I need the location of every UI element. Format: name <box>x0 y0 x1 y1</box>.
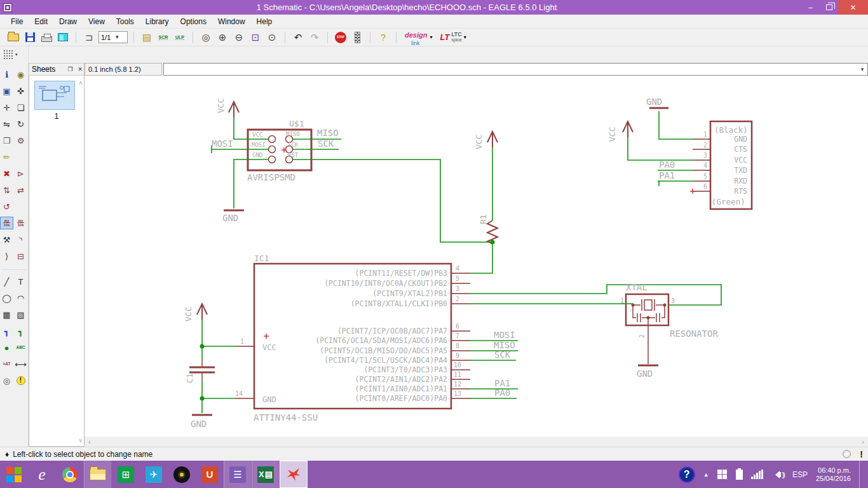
tool-text[interactable]: T <box>14 275 27 288</box>
tool-rotate[interactable]: ↻ <box>14 118 27 130</box>
taskbar-start-icon[interactable] <box>0 461 28 488</box>
toolbar-go-button[interactable] <box>350 30 364 44</box>
tool-show[interactable]: ◉ <box>14 68 27 81</box>
toolbar-switch-to-board-button[interactable]: ⊐ <box>82 30 96 44</box>
scroll-left-icon[interactable]: ‹ <box>88 438 91 445</box>
tool-wire[interactable]: ╱ <box>0 275 13 288</box>
tool-change[interactable]: ⚙ <box>14 134 27 147</box>
menu-item-draw[interactable]: Draw <box>53 16 83 27</box>
toolbar-sheet-select[interactable]: 1/1▼ <box>98 31 128 43</box>
tool-info[interactable]: ℹ <box>0 68 13 81</box>
taskbar-media-app-icon[interactable] <box>168 461 196 488</box>
tool-polygon[interactable]: ▧ <box>14 308 27 321</box>
tool-value[interactable]: R210k <box>14 217 27 229</box>
taskbar-settings-app-icon[interactable]: ☰ <box>224 461 252 488</box>
tool-arc[interactable]: ◠ <box>14 292 27 304</box>
taskbar-rocket-app-icon[interactable]: ✈ <box>140 461 168 488</box>
toolbar-print-button[interactable] <box>39 30 53 44</box>
tool-smash[interactable]: ⚒ <box>0 233 13 246</box>
sheet-thumbnail[interactable] <box>34 81 75 110</box>
tool-bus[interactable]: ┓ <box>0 325 13 337</box>
menu-item-options[interactable]: Options <box>175 16 212 27</box>
tool-errors[interactable]: ! <box>14 374 27 387</box>
menu-item-file[interactable]: File <box>5 16 29 27</box>
show-desktop-button[interactable] <box>859 461 863 488</box>
minimize-button[interactable]: – <box>801 0 820 15</box>
toolbar-use-library-button[interactable]: ▤ <box>140 30 154 44</box>
tool-mirror[interactable]: ⇋ <box>0 118 13 130</box>
hidden-icons-arrow[interactable]: ▲ <box>703 471 709 478</box>
help-tray-icon[interactable]: ? <box>679 466 695 483</box>
schematic-canvas[interactable]: VCCU$1VCCMOSIGNDMISOSCKRSTAVRISPSMDMOSIM… <box>85 76 868 437</box>
tool-name[interactable]: R210k <box>0 217 13 229</box>
tool-dimension[interactable]: ⟷ <box>14 358 27 370</box>
tool-add[interactable]: ⊳ <box>14 167 27 180</box>
language-indicator[interactable]: ESP <box>792 470 808 479</box>
taskbar-chrome-icon[interactable] <box>56 461 84 488</box>
grid-button[interactable]: ▾ <box>0 46 28 63</box>
tool-rect[interactable]: ▦ <box>0 308 13 321</box>
taskbar-excel-icon[interactable]: X▤ <box>252 461 280 488</box>
tool-invoke[interactable]: ⊟ <box>14 250 27 262</box>
tool-net[interactable]: ┓ <box>14 325 27 337</box>
battery-icon[interactable] <box>736 470 743 480</box>
tool-miter[interactable]: ◝ <box>14 233 27 246</box>
tool-display-layers[interactable]: ▣ <box>0 85 13 97</box>
toolbar-stop-button[interactable]: STOP <box>334 30 348 44</box>
tool-mark[interactable]: ✜ <box>14 85 27 97</box>
command-dropdown-icon[interactable]: ▾ <box>857 66 867 72</box>
toolbar-zoom-out-button[interactable]: ⊖ <box>232 30 246 44</box>
tool-gateswap[interactable]: ⇄ <box>14 184 27 196</box>
tool-split[interactable]: ⟩ <box>0 250 13 262</box>
menu-item-library[interactable]: Library <box>140 16 175 27</box>
toolbar-open-button[interactable] <box>6 30 20 44</box>
taskbar-windows-store-icon[interactable]: ⊞ <box>112 461 140 488</box>
volume-icon[interactable]: )) <box>771 471 784 478</box>
toolbar-zoom-select-button[interactable]: ⊡ <box>248 30 262 44</box>
tool-cut[interactable]: ✏ <box>0 151 13 163</box>
toolbar-zoom-redraw-button[interactable]: ⊙ <box>265 30 279 44</box>
toolbar-run-ulp-button[interactable]: ULP <box>173 30 187 44</box>
tool-group[interactable]: ❒ <box>0 134 13 147</box>
menu-item-edit[interactable]: Edit <box>29 16 53 27</box>
tool-copy[interactable]: ❏ <box>14 101 27 114</box>
toolbar-run-script-button[interactable]: SCR <box>156 30 170 44</box>
toolbar-zoom-in-button[interactable]: ⊕ <box>215 30 229 44</box>
scroll-right-icon[interactable]: › <box>862 438 864 445</box>
tool-label[interactable]: ABC <box>14 341 27 354</box>
toolbar-undo-button[interactable]: ↶ <box>291 30 305 44</box>
tool-delete[interactable]: ✖ <box>0 167 13 180</box>
taskbar-eagle-icon[interactable] <box>280 461 308 488</box>
command-input[interactable] <box>164 64 857 75</box>
tool-pinswap[interactable]: ⇅ <box>0 184 13 196</box>
menu-item-window[interactable]: Window <box>212 16 251 27</box>
toolbar-zoom-fit-button[interactable]: ◎ <box>199 30 213 44</box>
clock[interactable]: 06:40 p.m. 25/04/2016 <box>816 466 851 483</box>
menu-item-view[interactable]: View <box>83 16 111 27</box>
tool-erc[interactable]: ◎ <box>0 374 13 387</box>
tool-replace[interactable]: ↺ <box>0 200 13 213</box>
tool-attribute[interactable]: >AT <box>0 358 13 370</box>
sheets-scroll-up-icon[interactable]: ∧ <box>78 79 83 86</box>
tool-move[interactable]: ✛ <box>0 101 13 114</box>
toolbar-redo-button[interactable]: ↷ <box>308 30 322 44</box>
float-panel-icon[interactable]: ❐ <box>66 66 74 72</box>
tool-circle[interactable]: ◯ <box>0 292 13 304</box>
taskbar-internet-explorer-icon[interactable]: e <box>28 461 56 488</box>
taskbar-pdf-app-icon[interactable]: U <box>196 461 224 488</box>
toolbar-help-button[interactable]: ? <box>376 30 390 44</box>
toolbar-design-link-button[interactable]: designlink▾ <box>402 29 435 46</box>
tool-junction[interactable]: ● <box>0 341 13 354</box>
sheets-scroll-down-icon[interactable]: ∨ <box>78 437 83 444</box>
maximize-button[interactable] <box>820 0 838 15</box>
network-signal-icon[interactable] <box>751 470 763 479</box>
taskbar-file-explorer-icon[interactable] <box>84 461 112 488</box>
menu-item-help[interactable]: Help <box>251 16 278 27</box>
toolbar-ltc-spice-button[interactable]: LTLTCspice▾ <box>437 32 468 43</box>
menu-item-tools[interactable]: Tools <box>111 16 140 27</box>
windows-tray-icon[interactable] <box>717 470 728 480</box>
close-panel-icon[interactable]: ✕ <box>76 66 84 72</box>
toolbar-save-button[interactable] <box>23 30 37 44</box>
toolbar-cam-processor-button[interactable] <box>56 30 70 44</box>
close-button[interactable]: ✕ <box>838 0 868 15</box>
